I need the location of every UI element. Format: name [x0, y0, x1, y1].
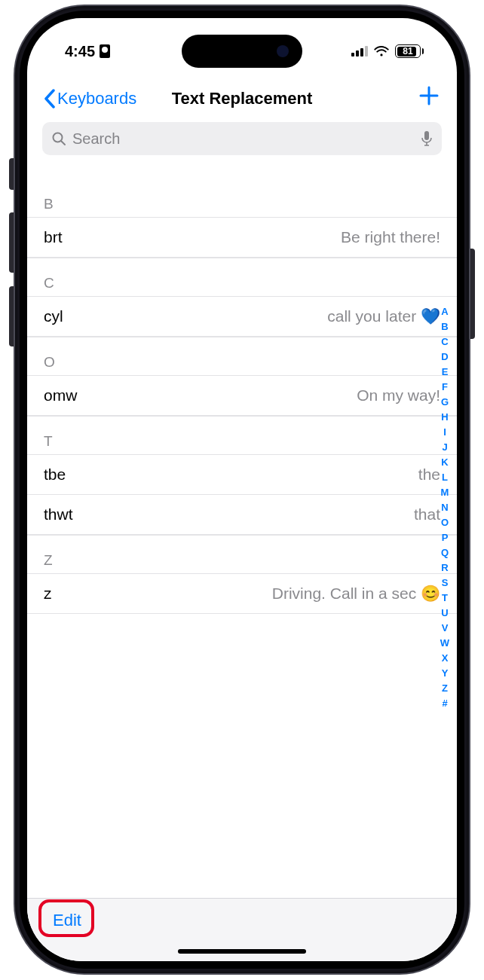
- replacement-row[interactable]: tbethe: [27, 455, 457, 495]
- phrase-text: On my way!: [357, 386, 440, 405]
- battery-percentage: 81: [403, 46, 412, 56]
- index-letter[interactable]: M: [441, 485, 449, 500]
- phrase-text: Be right there!: [341, 228, 440, 246]
- phone-frame: 4:45: [15, 6, 469, 973]
- index-letter[interactable]: #: [442, 696, 447, 711]
- replacement-row[interactable]: cylcall you later 💙: [27, 297, 457, 337]
- index-letter[interactable]: T: [442, 591, 448, 606]
- svg-point-0: [54, 133, 63, 142]
- replacement-list: BbrtBe right there!Ccylcall you later 💙O…: [27, 179, 457, 898]
- wifi-icon: [374, 46, 389, 57]
- section-header: Z: [27, 535, 457, 574]
- replacement-row[interactable]: thwtthat: [27, 495, 457, 535]
- index-letter[interactable]: P: [442, 530, 449, 545]
- index-letter[interactable]: W: [440, 636, 449, 651]
- index-letter[interactable]: Z: [442, 681, 448, 696]
- section-header: C: [27, 258, 457, 297]
- shortcut-text: z: [44, 585, 52, 603]
- index-letter[interactable]: E: [442, 365, 449, 380]
- index-letter[interactable]: Q: [441, 545, 449, 560]
- search-input[interactable]: [72, 130, 415, 148]
- index-letter[interactable]: J: [442, 440, 447, 455]
- svg-rect-1: [424, 131, 429, 140]
- status-time: 4:45: [65, 43, 95, 60]
- section-header: O: [27, 337, 457, 376]
- index-letter[interactable]: X: [442, 651, 449, 666]
- home-indicator[interactable]: [178, 949, 306, 954]
- index-letter[interactable]: H: [441, 410, 448, 425]
- sim-icon: [100, 44, 110, 58]
- index-letter[interactable]: S: [442, 575, 449, 591]
- shortcut-text: omw: [44, 386, 77, 405]
- index-letter[interactable]: B: [441, 319, 448, 334]
- shortcut-text: tbe: [44, 466, 66, 484]
- phrase-text: that: [414, 505, 440, 524]
- phrase-text: Driving. Call in a sec 😊: [272, 585, 440, 603]
- replacement-row[interactable]: omwOn my way!: [27, 376, 457, 416]
- section-index[interactable]: ABCDEFGHIJKLMNOPQRSTUVWXYZ#: [437, 304, 452, 711]
- index-letter[interactable]: I: [443, 425, 446, 440]
- dynamic-island: [182, 35, 302, 68]
- search-field[interactable]: [42, 122, 442, 155]
- index-letter[interactable]: D: [441, 350, 448, 365]
- nav-bar: Keyboards Text Replacement: [27, 80, 457, 118]
- index-letter[interactable]: L: [442, 470, 448, 485]
- plus-icon: [418, 84, 440, 107]
- index-letter[interactable]: R: [441, 560, 448, 575]
- battery-icon: 81: [395, 44, 424, 58]
- index-letter[interactable]: N: [441, 500, 448, 515]
- edit-button[interactable]: Edit: [44, 908, 90, 933]
- index-letter[interactable]: F: [442, 380, 448, 395]
- index-letter[interactable]: O: [441, 515, 449, 530]
- index-letter[interactable]: C: [441, 334, 448, 350]
- bottom-toolbar: Edit: [27, 898, 457, 961]
- index-letter[interactable]: K: [441, 455, 448, 470]
- screen: 4:45: [27, 18, 457, 961]
- index-letter[interactable]: V: [442, 621, 449, 636]
- index-letter[interactable]: Y: [442, 666, 449, 681]
- chevron-left-icon: [44, 89, 56, 108]
- cellular-icon: [351, 46, 368, 56]
- back-label: Keyboards: [57, 89, 136, 108]
- section-header: T: [27, 416, 457, 455]
- shortcut-text: cyl: [44, 307, 63, 325]
- search-icon: [51, 131, 66, 146]
- back-button[interactable]: Keyboards: [44, 89, 136, 108]
- microphone-icon[interactable]: [421, 130, 433, 147]
- section-header: B: [27, 179, 457, 218]
- replacement-row[interactable]: zDriving. Call in a sec 😊: [27, 574, 457, 614]
- add-button[interactable]: [418, 84, 440, 110]
- index-letter[interactable]: G: [441, 395, 449, 410]
- index-letter[interactable]: A: [441, 304, 448, 319]
- index-letter[interactable]: U: [441, 606, 448, 621]
- replacement-row[interactable]: brtBe right there!: [27, 218, 457, 258]
- phrase-text: call you later 💙: [327, 307, 440, 325]
- shortcut-text: brt: [44, 228, 63, 246]
- shortcut-text: thwt: [44, 505, 73, 524]
